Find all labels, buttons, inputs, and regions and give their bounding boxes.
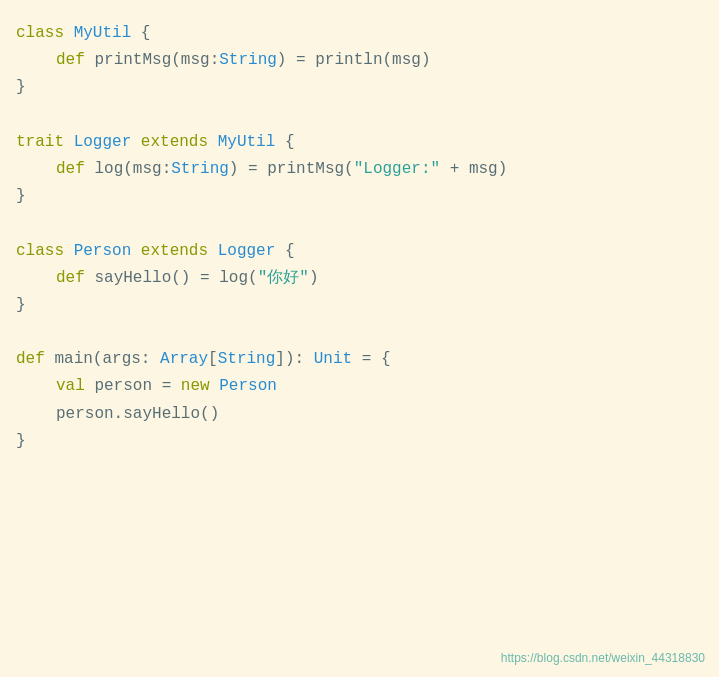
code-line-3: } bbox=[16, 74, 703, 101]
watermark: https://blog.csdn.net/weixin_44318830 bbox=[501, 651, 705, 665]
code-line-5: trait Logger extends MyUtil { bbox=[16, 129, 703, 156]
code-line-11: } bbox=[16, 292, 703, 319]
code-line-6: def log(msg:String) = printMsg("Logger:"… bbox=[16, 156, 703, 183]
code-line-9: class Person extends Logger { bbox=[16, 238, 703, 265]
empty-line-1 bbox=[16, 102, 703, 129]
code-line-13: def main(args: Array[String]): Unit = { bbox=[16, 346, 703, 373]
code-content: class MyUtil { def printMsg(msg:String) … bbox=[16, 20, 703, 455]
code-line-16: } bbox=[16, 428, 703, 455]
empty-line-3 bbox=[16, 319, 703, 346]
code-line-1: class MyUtil { bbox=[16, 20, 703, 47]
code-line-7: } bbox=[16, 183, 703, 210]
code-line-10: def sayHello() = log("你好") bbox=[16, 265, 703, 292]
code-line-15: person.sayHello() bbox=[16, 401, 703, 428]
code-line-14: val person = new Person bbox=[16, 373, 703, 400]
code-editor: class MyUtil { def printMsg(msg:String) … bbox=[0, 0, 719, 677]
code-line-2: def printMsg(msg:String) = println(msg) bbox=[16, 47, 703, 74]
empty-line-2 bbox=[16, 210, 703, 237]
